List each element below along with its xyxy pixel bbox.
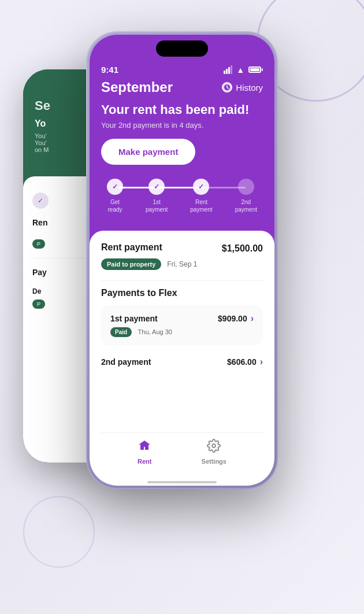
rent-payment-date: Fri, Sep 1 [167,260,197,268]
first-payment-chevron: › [251,313,254,324]
first-payment-amount-row: $909.00 › [218,313,254,324]
header-month: September [101,79,173,95]
paid-to-property-badge: Paid to property [101,258,161,270]
first-payment-badge-row: Paid Thu, Aug 30 [110,324,254,337]
step-circle-3: ✓ [193,179,209,195]
bg-paid-badge: P [32,239,45,249]
app-header: September History Your rent has been pai… [90,75,274,231]
wifi-icon: ▲ [236,65,244,75]
battery-icon [248,66,263,73]
second-payment-row[interactable]: 2nd payment $606.00 › [101,351,263,369]
paid-subtitle: Your 2nd payment is in 4 days. [101,121,263,130]
main-phone: 9:41 ▲ [90,35,274,486]
status-icons: ▲ [224,65,263,75]
rent-payment-row: Rent payment $1,500.00 [101,242,263,255]
step-rent-payment: ✓ Rentpayment [190,179,212,213]
payments-to-flex-title: Payments to Flex [101,288,263,298]
second-payment-amount: $606.00 [227,357,257,367]
first-payment-amount: $909.00 [218,314,247,323]
bg-step-circle: ✓ [32,193,49,209]
settings-nav-label: Settings [202,458,226,465]
step-2nd-payment: 2ndpayment [235,179,257,213]
step-label-2: 1stpayment [146,198,168,213]
make-payment-button[interactable]: Make payment [101,139,195,165]
nav-rent[interactable]: Rent [138,439,151,465]
progress-line [118,187,246,188]
settings-nav-icon [207,439,221,456]
first-payment-label: 1st payment [110,314,158,323]
second-payment-amount-row: $606.00 › [227,357,263,367]
bottom-nav: Rent Settings [101,432,263,476]
first-payment-paid-badge: Paid [110,327,132,337]
first-payment-card[interactable]: 1st payment $909.00 › Paid Thu, Aug 30 [101,305,263,345]
step-circle-2: ✓ [148,179,165,195]
rent-nav-icon [138,439,151,456]
home-indicator [147,481,217,483]
rent-payment-amount: $1,500.00 [222,243,263,254]
first-payment-row: 1st payment $909.00 › [110,313,254,324]
status-time: 9:41 [101,65,118,75]
rent-payment-badge-row: Paid to property Fri, Sep 1 [101,258,263,270]
nav-settings[interactable]: Settings [202,439,226,465]
second-payment-label: 2nd payment [101,357,151,367]
history-label: History [236,83,263,93]
status-bar: 9:41 ▲ [90,58,274,75]
step-get-ready: ✓ Getready [107,179,123,213]
history-button[interactable]: History [222,82,263,93]
rent-payment-title: Rent payment [101,242,162,253]
header-row: September History [101,79,263,95]
step-1st-payment: ✓ 1stpayment [146,179,168,213]
section-divider [101,280,263,281]
paid-title: Your rent has been paid! [101,102,263,117]
signal-icon [224,65,232,74]
second-payment-chevron: › [260,357,263,367]
progress-steps: ✓ Getready ✓ 1stpayment ✓ Rentpayment 2n… [101,179,263,219]
first-payment-date: Thu, Aug 30 [138,328,172,335]
card-body: Rent payment $1,500.00 Paid to property … [90,231,274,486]
bg-payment-badge: P [32,299,45,309]
svg-point-1 [212,444,216,447]
step-circle-1: ✓ [107,179,123,195]
step-label-3: Rentpayment [190,198,212,213]
history-icon [222,82,232,93]
dynamic-island [156,40,208,57]
step-label-4: 2ndpayment [235,198,257,213]
step-label-1: Getready [107,198,122,213]
rent-nav-label: Rent [138,458,151,465]
step-circle-4 [238,179,254,195]
